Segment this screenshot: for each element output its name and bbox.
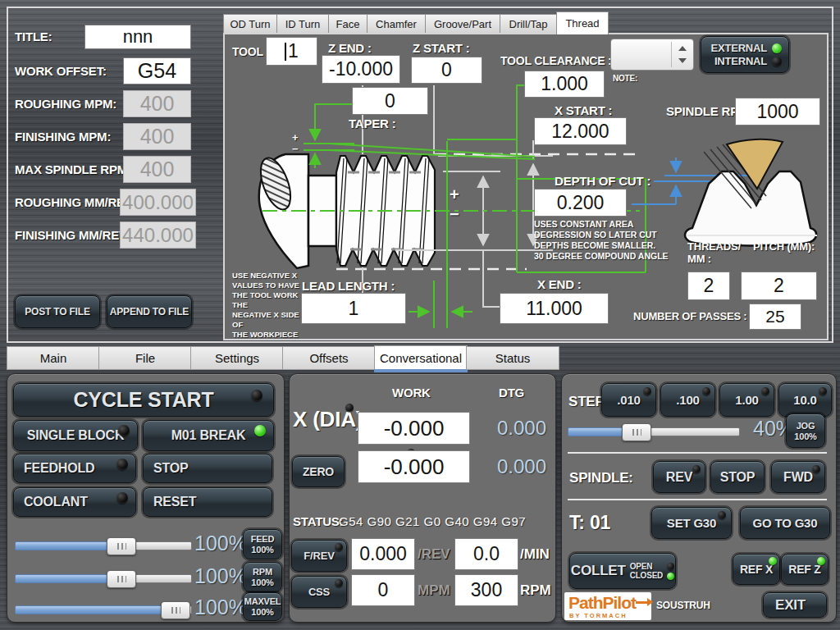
work-offset-label: WORK OFFSET: bbox=[15, 64, 107, 78]
tab-file[interactable]: File bbox=[98, 346, 192, 370]
threads-divider bbox=[687, 235, 817, 236]
step-010-button[interactable]: .010 bbox=[601, 383, 656, 417]
pitch-input[interactable]: 2 bbox=[741, 272, 817, 300]
x-start-input[interactable]: 12.000 bbox=[534, 117, 627, 145]
jog-speed-handle[interactable] bbox=[622, 423, 651, 441]
title-label: TITLE: bbox=[15, 30, 52, 43]
m01-break-led bbox=[254, 425, 266, 436]
cycle-start-button[interactable]: CYCLE START bbox=[13, 383, 274, 417]
step-1-button[interactable]: 1.00 bbox=[719, 383, 774, 417]
feedhold-button[interactable]: FEEDHOLD bbox=[13, 454, 136, 483]
set-g30-button[interactable]: SET G30 bbox=[651, 507, 732, 539]
collet-button[interactable]: COLLET OPEN CLOSED bbox=[569, 553, 676, 589]
tool-label: TOOL : bbox=[232, 45, 270, 58]
tab-conversational[interactable]: Conversational bbox=[374, 345, 468, 371]
work-offset-input[interactable]: G54 bbox=[123, 57, 191, 84]
feed-per-rev-input[interactable]: 0.000 bbox=[351, 538, 415, 570]
tool-clearance-input[interactable]: 1.000 bbox=[524, 71, 605, 98]
css-input[interactable]: 0 bbox=[351, 574, 415, 606]
jog-100-button[interactable]: JOG100% bbox=[786, 413, 825, 448]
tab-main[interactable]: Main bbox=[7, 346, 100, 370]
tab-od-turn[interactable]: OD Turn bbox=[223, 14, 277, 34]
css-button[interactable]: CSS bbox=[291, 576, 347, 608]
goto-g30-button[interactable]: GO TO G30 bbox=[740, 507, 830, 539]
title-input[interactable]: nnn bbox=[84, 25, 191, 49]
depth-of-cut-input[interactable]: 0.200 bbox=[534, 189, 627, 217]
tool-input[interactable]: 1 bbox=[266, 37, 317, 66]
feed-per-min-input[interactable]: 0.0 bbox=[454, 538, 518, 570]
per-min-unit: /MIN bbox=[520, 546, 550, 563]
z-start-input[interactable]: 0 bbox=[411, 57, 482, 84]
taper-input[interactable]: 0 bbox=[352, 87, 428, 115]
rpm-override-slider[interactable] bbox=[15, 574, 192, 583]
spinner-down-icon[interactable] bbox=[678, 58, 687, 63]
note-label: NOTE: bbox=[613, 74, 637, 83]
spinner-up-icon[interactable] bbox=[678, 46, 687, 51]
z-end-label: Z END : bbox=[328, 41, 372, 55]
single-block-button[interactable]: SINGLE BLOCK bbox=[13, 420, 138, 451]
feed-override-handle[interactable] bbox=[107, 537, 136, 555]
z-end-input[interactable]: -10.000 bbox=[322, 55, 400, 84]
collet-open-label: OPEN bbox=[630, 562, 663, 571]
dtg-header: DTG bbox=[499, 386, 524, 399]
text-cursor bbox=[285, 43, 286, 61]
feed-100-button[interactable]: FEED100% bbox=[243, 529, 282, 559]
spindle-rpm-input[interactable]: 1000 bbox=[735, 98, 820, 126]
feed-override-slider[interactable] bbox=[15, 541, 192, 550]
coolant-button[interactable]: COOLANT bbox=[13, 487, 136, 517]
internal-led bbox=[772, 57, 782, 66]
spindle-fwd-button[interactable]: FWD bbox=[771, 461, 825, 493]
ref-z-button[interactable]: REF Z bbox=[781, 554, 829, 585]
internal-label: INTERNAL bbox=[714, 55, 767, 67]
pitch-label: PITCH (MM): bbox=[753, 240, 815, 253]
thread-preset-dropdown[interactable] bbox=[610, 39, 694, 71]
rpm-override-handle[interactable] bbox=[107, 570, 136, 588]
external-internal-toggle[interactable]: EXTERNAL INTERNAL bbox=[701, 36, 789, 73]
tab-status[interactable]: Status bbox=[466, 346, 559, 370]
ref-x-button[interactable]: REF X bbox=[733, 554, 780, 585]
tab-groove-part[interactable]: Groove/Part bbox=[425, 14, 500, 34]
frev-led bbox=[335, 543, 343, 551]
maxvel-100-button[interactable]: MAXVEL100% bbox=[243, 592, 282, 621]
rpm-unit: RPM bbox=[520, 582, 551, 599]
x-work-input[interactable]: -0.000 bbox=[358, 412, 470, 445]
zero-button[interactable]: ZERO bbox=[292, 456, 345, 487]
cycle-start-led bbox=[251, 390, 262, 401]
tab-drill-tap[interactable]: Drill/Tap bbox=[500, 14, 557, 34]
rpm-100-button[interactable]: RPM100% bbox=[243, 562, 282, 592]
tab-face[interactable]: Face bbox=[328, 14, 368, 34]
stop-button[interactable]: STOP bbox=[143, 454, 272, 483]
roughing-mpm-input: 400 bbox=[123, 90, 191, 117]
rpm-input[interactable]: 300 bbox=[454, 574, 518, 606]
tab-thread[interactable]: Thread bbox=[556, 11, 609, 34]
tab-offsets[interactable]: Offsets bbox=[282, 346, 376, 370]
roughing-mmrev-label: ROUGHING MM/REV: bbox=[15, 195, 136, 209]
tab-settings[interactable]: Settings bbox=[190, 346, 284, 370]
m01-break-button[interactable]: M01 BREAK bbox=[143, 420, 274, 451]
active-tab-underline bbox=[374, 369, 468, 372]
tab-id-turn[interactable]: ID Turn bbox=[276, 14, 329, 34]
spindle-fwd-led bbox=[812, 465, 820, 473]
frev-button[interactable]: F/REV bbox=[291, 540, 347, 572]
jog-speed-slider[interactable] bbox=[568, 427, 740, 436]
post-to-file-button[interactable]: POST TO FILE bbox=[15, 295, 100, 328]
maxvel-override-handle[interactable] bbox=[161, 601, 190, 619]
ref-x-led bbox=[769, 557, 777, 565]
tab-chamfer[interactable]: Chamfer bbox=[367, 14, 426, 34]
x-end-label: X END : bbox=[537, 277, 582, 291]
z-work-input[interactable]: -0.000 bbox=[358, 450, 470, 483]
reset-button[interactable]: RESET bbox=[143, 487, 272, 517]
x-start-label: X START : bbox=[555, 103, 612, 117]
step-100-button[interactable]: .100 bbox=[660, 383, 715, 417]
spindle-rev-button[interactable]: REV bbox=[653, 461, 705, 493]
lead-length-input[interactable]: 1 bbox=[301, 293, 406, 324]
threads-mm-input[interactable]: 2 bbox=[687, 272, 730, 300]
x-end-input[interactable]: 11.000 bbox=[500, 293, 609, 324]
passes-input[interactable]: 25 bbox=[749, 304, 801, 330]
exit-button[interactable]: EXIT bbox=[763, 592, 827, 618]
append-to-file-button[interactable]: APPEND TO FILE bbox=[107, 295, 192, 328]
spindle-stop-button[interactable]: STOP bbox=[710, 461, 765, 493]
step-10-button[interactable]: 10.0 bbox=[778, 383, 832, 417]
machine-name: SOUSTRUH bbox=[656, 600, 710, 611]
mpm-unit: MPM bbox=[418, 582, 450, 599]
